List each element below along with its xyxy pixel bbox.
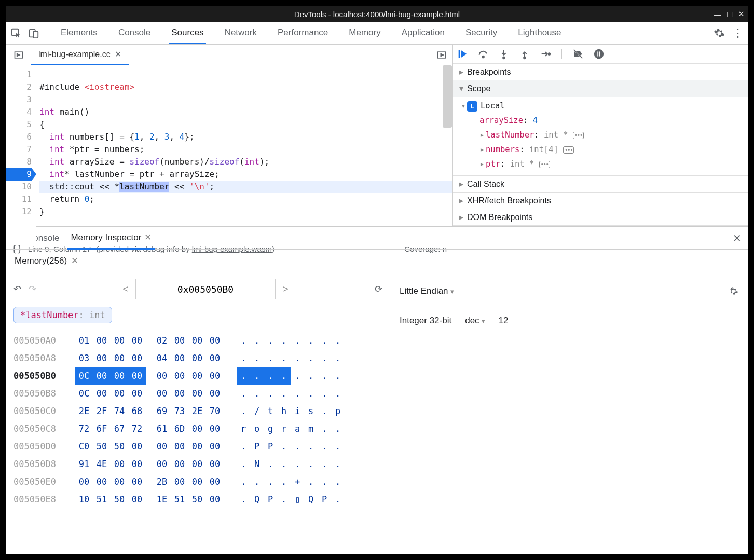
memory-icon[interactable]: ••• [573,132,584,139]
drawer-close-icon[interactable]: ✕ [733,232,742,244]
tab-memory[interactable]: Memory [347,22,382,44]
svg-point-11 [524,57,526,59]
maximize-icon[interactable]: ◻ [726,9,733,19]
int32-value: 12 [499,316,509,326]
step-out-icon[interactable] [519,48,530,60]
hex-viewer[interactable]: 005050A00100000002000000........005050A8… [13,332,382,508]
highlight-chip[interactable]: *lastNumber: int [13,307,112,323]
next-icon[interactable]: > [283,284,289,295]
pause-exceptions-icon[interactable] [593,48,605,60]
svg-marker-4 [17,53,19,56]
callstack-section[interactable]: ▸Call Stack [453,176,748,192]
scope-section[interactable]: ▾Scope [453,80,748,97]
tab-elements[interactable]: Elements [59,22,100,44]
svg-rect-2 [33,31,38,38]
main-tabstrip: ElementsConsoleSourcesNetworkPerformance… [6,22,748,45]
int32-label: Integer 32-bit [400,316,451,326]
format-select[interactable]: dec▾ [465,316,485,326]
kebab-icon[interactable]: ⋮ [732,26,744,40]
window-title: DevTools - localhost:4000/lmi-bug-exampl… [294,10,460,19]
refresh-icon[interactable]: ⟳ [375,283,382,295]
file-tab[interactable]: lmi-bug-example.cc ✕ [31,45,129,65]
device-icon[interactable] [28,28,39,39]
resume-icon[interactable] [457,48,468,60]
tab-sources[interactable]: Sources [169,22,205,44]
svg-rect-7 [459,50,460,58]
close-tab-icon[interactable]: ✕ [115,49,121,59]
step-into-icon[interactable] [498,48,510,60]
scrollbar[interactable] [443,65,452,128]
scope-local[interactable]: ▾LLocal [461,99,748,113]
step-icon[interactable] [540,48,551,60]
breakpoints-section[interactable]: ▸Breakpoints [453,64,748,80]
settings-icon[interactable] [714,28,725,39]
svg-marker-8 [461,50,467,58]
undo-icon[interactable]: ↶ [13,283,21,295]
endian-select[interactable]: Little Endian▾ [400,286,454,296]
xhr-section[interactable]: ▸XHR/fetch Breakpoints [453,193,748,209]
minimize-icon[interactable]: — [714,10,721,19]
var-arraySize[interactable]: arraySize: 4 [479,113,748,128]
memory-icon[interactable]: ••• [539,161,550,168]
svg-rect-16 [597,51,598,56]
step-over-icon[interactable] [477,48,489,60]
tab-security[interactable]: Security [463,22,499,44]
tab-application[interactable]: Application [400,22,447,44]
titlebar: DevTools - localhost:4000/lmi-bug-exampl… [6,6,748,22]
svg-point-10 [503,57,505,59]
code-editor[interactable]: #include <iostream> int main() { int num… [36,65,452,243]
memory-tab[interactable]: Memory(256)✕ [10,250,83,271]
close-icon[interactable]: ✕ [738,9,745,19]
inspect-icon[interactable] [10,28,22,39]
settings-icon[interactable] [728,286,738,296]
address-input[interactable] [135,279,276,299]
prev-icon[interactable]: < [122,284,128,295]
debugger-toolbar [453,45,748,64]
svg-marker-6 [441,53,443,56]
svg-rect-17 [599,51,600,56]
deactivate-breakpoints-icon[interactable] [572,48,584,60]
redo-icon[interactable]: ↷ [29,283,36,295]
dom-section[interactable]: ▸DOM Breakpoints [453,209,748,225]
var-lastNumber[interactable]: ▸lastNumber: int * ••• [479,128,748,142]
var-ptr[interactable]: ▸ptr: int * ••• [479,157,748,171]
tab-performance[interactable]: Performance [276,22,330,44]
file-tab-name: lmi-bug-example.cc [38,50,111,59]
line-gutter[interactable]: 123456789101112 [6,65,36,243]
memory-icon[interactable]: ••• [563,146,574,154]
close-tab-icon[interactable]: ✕ [71,255,78,266]
svg-point-15 [594,49,604,59]
svg-point-12 [549,53,551,55]
tab-console[interactable]: Console [116,22,153,44]
var-numbers[interactable]: ▸numbers: int[4] ••• [479,142,748,157]
navigator-toggle-icon[interactable] [6,45,31,65]
tab-lighthouse[interactable]: Lighthouse [516,22,563,44]
snippet-run-icon[interactable] [436,50,447,60]
tab-network[interactable]: Network [223,22,259,44]
svg-point-9 [482,56,484,58]
